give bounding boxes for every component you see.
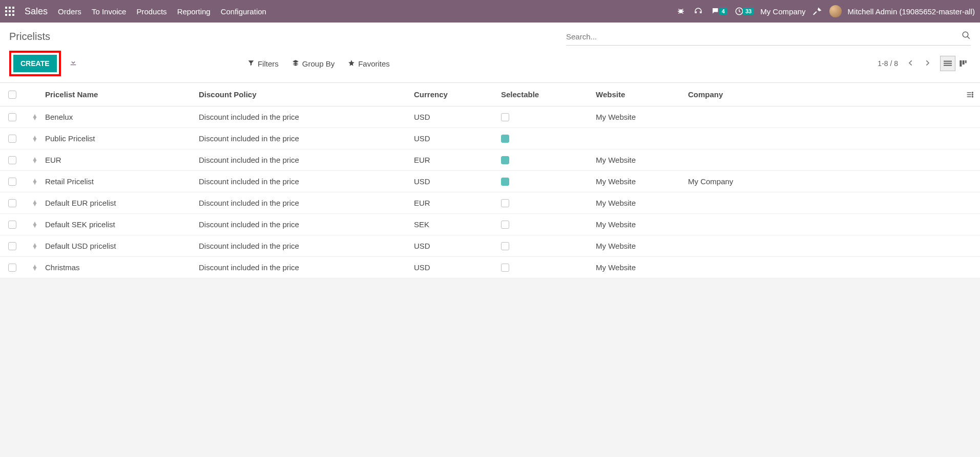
svg-rect-4 <box>9 10 11 12</box>
tools-icon[interactable] <box>812 6 823 17</box>
table-row[interactable]: ▲▼Default SEK pricelistDiscount included… <box>0 214 980 235</box>
col-curr[interactable]: Currency <box>414 90 501 99</box>
cell-web: My Website <box>596 263 688 272</box>
pager: 1-8 / 8 <box>878 59 898 68</box>
selectable-checkbox[interactable] <box>501 242 509 250</box>
nav-to-invoice[interactable]: To Invoice <box>92 7 127 16</box>
table-row[interactable]: ▲▼Default USD pricelistDiscount included… <box>0 235 980 257</box>
cell-disc: Discount included in the price <box>199 263 414 272</box>
drag-handle-icon[interactable]: ▲▼ <box>25 244 45 249</box>
row-checkbox[interactable] <box>8 264 16 272</box>
company-switcher[interactable]: My Company <box>760 7 805 16</box>
drag-handle-icon[interactable]: ▲▼ <box>25 115 45 120</box>
cell-curr: EUR <box>414 156 501 164</box>
cell-curr: USD <box>414 177 501 186</box>
row-checkbox[interactable] <box>8 199 16 207</box>
filters-button[interactable]: Filters <box>247 59 279 68</box>
col-web[interactable]: Website <box>596 90 688 99</box>
cell-name: EUR <box>45 156 199 164</box>
cell-curr: SEK <box>414 220 501 229</box>
selectable-checkbox[interactable] <box>501 113 509 121</box>
svg-rect-12 <box>944 61 952 62</box>
table-row[interactable]: ▲▼Public PricelistDiscount included in t… <box>0 128 980 149</box>
drag-handle-icon[interactable]: ▲▼ <box>25 136 45 141</box>
svg-rect-5 <box>12 10 14 12</box>
page-title: Pricelists <box>9 31 50 42</box>
nav-configuration[interactable]: Configuration <box>221 7 266 16</box>
drag-handle-icon[interactable]: ▲▼ <box>25 158 45 163</box>
svg-rect-16 <box>963 60 965 64</box>
selectable-checkbox[interactable] <box>501 135 509 143</box>
search-bar <box>566 28 971 46</box>
groupby-label: Group By <box>302 59 335 68</box>
app-name[interactable]: Sales <box>25 6 48 17</box>
row-checkbox[interactable] <box>8 221 16 229</box>
pager-prev-icon[interactable] <box>907 59 914 68</box>
support-icon[interactable] <box>693 6 704 17</box>
nav-orders[interactable]: Orders <box>58 7 81 16</box>
row-checkbox[interactable] <box>8 156 16 164</box>
svg-point-11 <box>963 32 968 37</box>
select-all-checkbox[interactable] <box>8 91 16 99</box>
svg-rect-1 <box>9 7 11 9</box>
svg-rect-17 <box>965 60 967 63</box>
svg-point-20 <box>972 96 973 97</box>
row-checkbox[interactable] <box>8 178 16 186</box>
groupby-button[interactable]: Group By <box>292 59 335 68</box>
cell-web: My Website <box>596 177 688 186</box>
row-checkbox[interactable] <box>8 113 16 121</box>
selectable-checkbox[interactable] <box>501 221 509 229</box>
row-checkbox[interactable] <box>8 242 16 250</box>
svg-rect-6 <box>5 14 7 16</box>
pager-next-icon[interactable] <box>924 59 931 68</box>
table-row[interactable]: ▲▼Default EUR pricelistDiscount included… <box>0 192 980 214</box>
apps-icon[interactable] <box>5 7 14 16</box>
drag-handle-icon[interactable]: ▲▼ <box>25 222 45 227</box>
star-icon <box>348 59 355 68</box>
search-icon[interactable] <box>962 31 971 42</box>
table-row[interactable]: ▲▼Retail PricelistDiscount included in t… <box>0 171 980 192</box>
search-input[interactable] <box>566 32 962 41</box>
column-options-icon[interactable] <box>960 91 980 99</box>
cell-name: Default USD pricelist <box>45 242 199 250</box>
selectable-checkbox[interactable] <box>501 156 509 164</box>
col-sel[interactable]: Selectable <box>501 90 596 99</box>
drag-handle-icon[interactable]: ▲▼ <box>25 265 45 270</box>
cell-curr: USD <box>414 134 501 143</box>
cell-name: Christmas <box>45 263 199 272</box>
cell-disc: Discount included in the price <box>199 242 414 250</box>
cell-web: My Website <box>596 199 688 207</box>
cell-disc: Discount included in the price <box>199 113 414 121</box>
cell-web: My Website <box>596 113 688 121</box>
drag-handle-icon[interactable]: ▲▼ <box>25 201 45 206</box>
col-name[interactable]: Pricelist Name <box>45 90 199 99</box>
favorites-button[interactable]: Favorites <box>348 59 390 68</box>
svg-point-19 <box>972 94 973 95</box>
debug-icon[interactable] <box>675 6 686 17</box>
table-row[interactable]: ▲▼ChristmasDiscount included in the pric… <box>0 257 980 278</box>
cell-curr: USD <box>414 113 501 121</box>
drag-handle-icon[interactable]: ▲▼ <box>25 179 45 184</box>
table-row[interactable]: ▲▼EURDiscount included in the priceEURMy… <box>0 149 980 171</box>
col-comp[interactable]: Company <box>688 90 960 99</box>
view-list-icon[interactable] <box>940 56 955 71</box>
cell-name: Default SEK pricelist <box>45 220 199 229</box>
cell-web: My Website <box>596 156 688 164</box>
table-row[interactable]: ▲▼BeneluxDiscount included in the priceU… <box>0 106 980 128</box>
selectable-checkbox[interactable] <box>501 264 509 272</box>
view-kanban-icon[interactable] <box>955 56 971 71</box>
user-label[interactable]: Mitchell Admin (19085652-master-all) <box>848 7 975 16</box>
avatar[interactable] <box>829 5 842 17</box>
selectable-checkbox[interactable] <box>501 199 509 207</box>
selectable-checkbox[interactable] <box>501 178 509 186</box>
nav-reporting[interactable]: Reporting <box>177 7 211 16</box>
download-icon[interactable] <box>69 58 77 69</box>
svg-rect-0 <box>5 7 7 9</box>
col-disc[interactable]: Discount Policy <box>199 90 414 99</box>
cell-disc: Discount included in the price <box>199 220 414 229</box>
cell-disc: Discount included in the price <box>199 177 414 186</box>
table-header: Pricelist Name Discount Policy Currency … <box>0 82 980 106</box>
create-button[interactable]: CREATE <box>13 55 57 72</box>
row-checkbox[interactable] <box>8 135 16 143</box>
nav-products[interactable]: Products <box>136 7 166 16</box>
